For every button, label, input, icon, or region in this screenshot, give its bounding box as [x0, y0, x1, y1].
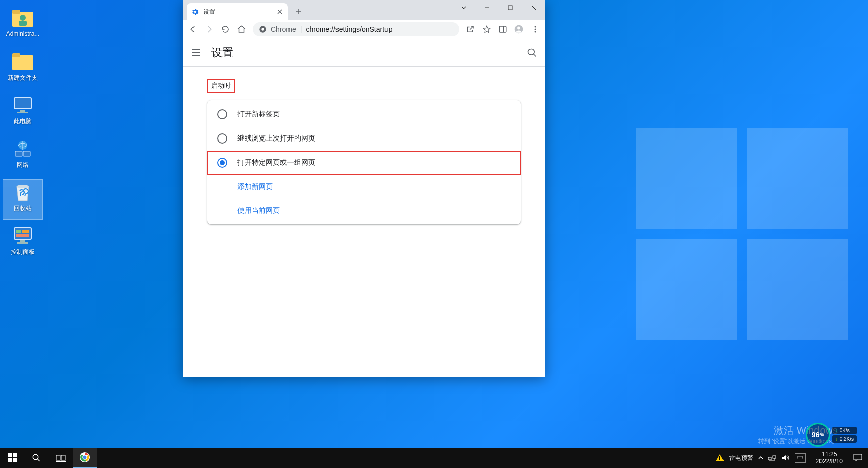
radio-icon	[217, 109, 227, 119]
desktop: Administra... 新建文件夹 此电脑 网络 回收	[0, 0, 868, 468]
browser-tab[interactable]: 设置	[187, 3, 288, 20]
side-panel-button[interactable]	[496, 22, 510, 36]
ime-indicator[interactable]: 中	[795, 453, 806, 463]
clock[interactable]: 11:25 2022/8/10	[811, 451, 848, 465]
icon-label: 控制面板	[11, 248, 35, 256]
desktop-icon-this-pc[interactable]: 此电脑	[3, 93, 42, 132]
omnibox[interactable]: Chrome | chrome://settings/onStartup	[253, 22, 459, 36]
taskbar-left	[0, 448, 97, 468]
settings-gear-icon	[191, 8, 199, 16]
close-button[interactable]	[522, 0, 545, 15]
new-tab-button[interactable]	[291, 5, 305, 19]
svg-rect-31	[13, 453, 17, 457]
icon-label: Administra...	[6, 30, 40, 37]
speed-readout: ↑0K/s ↓0.2K/s	[832, 427, 857, 443]
system-tray: 雷电预警 中	[711, 453, 811, 463]
svg-point-2	[20, 15, 26, 21]
network-tray-icon[interactable]	[768, 454, 777, 461]
svg-point-27	[535, 28, 536, 30]
dropdown-button[interactable]	[452, 0, 475, 15]
section-title-startup: 启动时	[207, 79, 235, 93]
forward-button[interactable]	[202, 22, 216, 36]
weather-alert-label[interactable]: 雷电预警	[729, 454, 753, 462]
start-button[interactable]	[0, 448, 24, 468]
option-label: 打开特定网页或一组网页	[237, 158, 315, 167]
option-label: 打开新标签页	[237, 110, 280, 119]
settings-page-title: 设置	[211, 45, 233, 60]
upload-value: 0K/s	[840, 428, 850, 433]
desktop-icon-network[interactable]: 网络	[3, 136, 42, 176]
omnibox-separator: |	[300, 25, 302, 33]
svg-rect-15	[22, 230, 29, 233]
svg-rect-30	[8, 453, 12, 457]
download-value: 0.2K/s	[840, 436, 854, 442]
share-button[interactable]	[463, 22, 477, 36]
menu-button[interactable]	[528, 22, 542, 36]
svg-rect-45	[854, 454, 862, 460]
svg-rect-18	[17, 242, 28, 244]
svg-rect-35	[56, 455, 60, 460]
svg-rect-43	[768, 457, 771, 460]
link-use-current-pages[interactable]: 使用当前网页	[207, 199, 521, 222]
desktop-icon-recycle-bin[interactable]: 回收站	[3, 180, 42, 219]
taskbar: 雷电预警 中 11:25 2022/8/10	[0, 448, 868, 468]
svg-rect-1	[12, 10, 20, 14]
icon-label: 回收站	[14, 204, 32, 213]
svg-point-26	[535, 26, 536, 27]
reload-button[interactable]	[218, 22, 232, 36]
back-button[interactable]	[186, 22, 200, 36]
chrome-taskbar-icon[interactable]	[73, 448, 97, 468]
icon-label: 新建文件夹	[8, 74, 38, 82]
network-widget[interactable]: 96% ↑0K/s ↓0.2K/s	[806, 423, 857, 447]
svg-rect-37	[56, 461, 66, 462]
settings-header: 设置	[183, 38, 545, 67]
titlebar[interactable]: 设置	[183, 0, 545, 20]
warning-icon[interactable]	[716, 454, 724, 461]
upload-speed: ↑0K/s	[832, 427, 857, 434]
svg-rect-41	[719, 456, 720, 459]
bookmark-button[interactable]	[479, 22, 494, 36]
notifications-button[interactable]	[848, 448, 868, 468]
option-specific-pages[interactable]: 打开特定网页或一组网页	[207, 151, 521, 175]
link-add-new-page[interactable]: 添加新网页	[207, 175, 521, 199]
clock-time: 11:25	[816, 451, 843, 458]
search-button[interactable]	[24, 448, 49, 468]
radio-icon	[217, 133, 227, 144]
clock-date: 2022/8/10	[816, 458, 843, 465]
svg-rect-36	[61, 455, 65, 460]
gauge-circle: 96%	[806, 423, 830, 447]
svg-point-29	[528, 49, 535, 55]
desktop-icon-new-folder[interactable]: 新建文件夹	[3, 50, 42, 89]
volume-tray-icon[interactable]	[782, 454, 790, 461]
svg-rect-6	[14, 98, 31, 109]
task-view-button[interactable]	[49, 448, 73, 468]
desktop-icon-administrator[interactable]: Administra...	[3, 6, 42, 45]
home-button[interactable]	[234, 22, 249, 36]
settings-body: 启动时 打开新标签页 继续浏览上次打开的网页 打开特定网页或一组网页 添加新网页…	[183, 67, 545, 377]
svg-rect-3	[19, 21, 27, 26]
tab-close-icon[interactable]	[276, 8, 284, 16]
svg-rect-14	[16, 230, 21, 233]
radio-icon	[217, 158, 227, 168]
toolbar: Chrome | chrome://settings/onStartup	[183, 20, 545, 38]
icon-label: 网络	[17, 161, 29, 169]
svg-rect-19	[508, 6, 512, 10]
profile-button[interactable]	[512, 22, 526, 36]
settings-search-icon[interactable]	[527, 48, 537, 58]
option-new-tab[interactable]: 打开新标签页	[207, 102, 521, 126]
control-panel-icon	[12, 224, 34, 247]
svg-point-12	[17, 185, 29, 188]
maximize-button[interactable]	[499, 0, 522, 15]
download-speed: ↓0.2K/s	[832, 435, 857, 443]
svg-rect-16	[16, 234, 29, 237]
option-continue[interactable]: 继续浏览上次打开的网页	[207, 126, 521, 151]
hamburger-icon[interactable]	[191, 48, 203, 58]
desktop-icon-control-panel[interactable]: 控制面板	[3, 223, 42, 263]
network-icon	[12, 137, 34, 160]
gauge-unit: %	[819, 432, 824, 437]
gauge-value: 96	[812, 431, 820, 439]
tray-overflow-icon[interactable]	[758, 456, 763, 459]
svg-point-34	[33, 454, 38, 460]
minimize-button[interactable]	[475, 0, 499, 15]
pc-icon	[12, 94, 34, 116]
